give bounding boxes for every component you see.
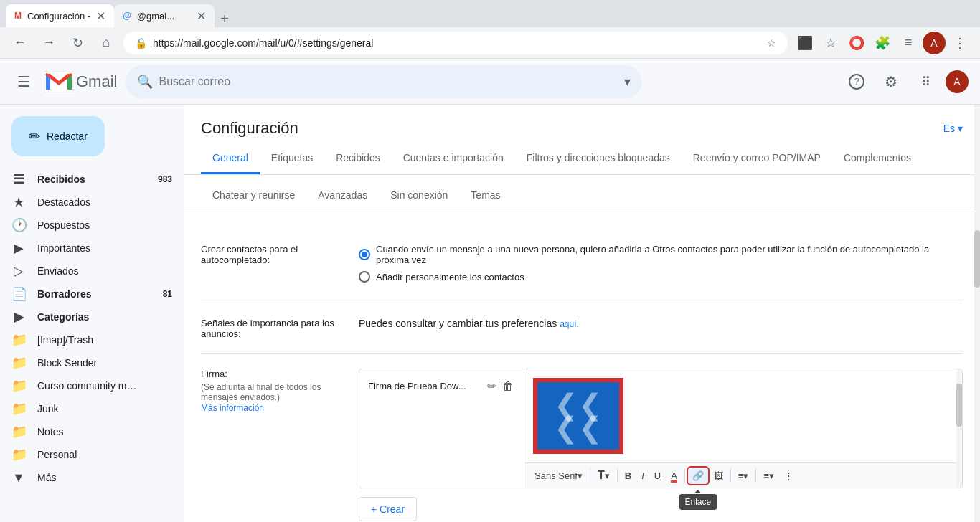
menu-icon[interactable]: ⋮ [948,32,971,54]
sidebar-item-personal[interactable]: 📁 Personal [0,443,184,466]
tab-reenvio[interactable]: Reenvío y correo POP/IMAP [682,143,832,174]
contacts-option2[interactable]: Añadir personalmente los contactos [359,271,963,283]
sidebar-label-junk: Junk [37,403,59,414]
tab-recibidos[interactable]: Recibidos [324,143,391,174]
signature-edit-button[interactable]: ✏ [486,378,498,394]
tab-general[interactable]: General [201,143,260,174]
editor-scrollbar[interactable] [956,369,962,488]
address-bar[interactable]: 🔒 https://mail.google.com/mail/u/0/#sett… [123,32,788,54]
font-size-button[interactable]: T ▾ [593,466,614,485]
tab-gmail-settings[interactable]: M Configuración - ✕ [6,4,114,27]
tab-temas[interactable]: Temas [459,181,512,212]
forward-button[interactable]: → [37,32,60,54]
language-selector[interactable]: Es ▾ [943,123,963,134]
image-button[interactable]: 🖼 [710,468,727,484]
sidebar-label-more: Más [37,472,56,483]
tab-etiquetas[interactable]: Etiquetas [260,143,324,174]
extensions2-icon[interactable]: 🧩 [871,32,894,54]
sidebar-label-snoozed: Pospuestos [37,219,90,231]
link-icon: 🔗 [692,470,704,481]
signature-actions: ✏ 🗑 [486,378,515,394]
sidebar-item-categories[interactable]: ▶ Categorías [0,305,184,328]
hamburger-menu[interactable]: ☰ [11,67,36,96]
home-button[interactable]: ⌂ [95,32,118,54]
sidebar-item-junk[interactable]: 📁 Junk [0,397,184,420]
tab-cuentas[interactable]: Cuentas e importación [392,143,515,174]
back-button[interactable]: ← [9,32,32,54]
sidebar-item-important[interactable]: ▶ Importantes [0,237,184,260]
contacts-radio2[interactable] [359,271,370,283]
contacts-option1[interactable]: Cuando envíe un mensaje a una nueva pers… [359,244,963,265]
tab-filtros[interactable]: Filtros y direcciones bloqueadas [515,143,682,174]
more-button[interactable]: ⋮ [780,468,798,484]
sidebar-item-more[interactable]: ▼ Más [0,466,184,489]
tab-close-active-button[interactable]: ✕ [197,9,206,23]
junk-icon: 📁 [11,401,26,417]
snoozed-icon: 🕐 [11,217,26,233]
tab-avanzadas[interactable]: Avanzadas [306,181,379,212]
signature-list: Firma de Prueba Dow... ✏ 🗑 [359,369,524,488]
tab-chatear[interactable]: Chatear y reunirse [201,181,306,212]
inbox-icon: ☰ [11,171,26,187]
apps-button[interactable]: ⠿ [911,67,940,96]
browser-avatar[interactable]: A [923,32,946,54]
tab-close-button[interactable]: ✕ [96,9,105,23]
main-scrollbar[interactable] [974,105,980,522]
align-dropdown-icon: ▾ [743,470,748,481]
create-label: + Crear [371,503,405,515]
bold-button[interactable]: B [621,468,636,484]
user-avatar[interactable]: A [946,70,969,93]
link-button[interactable]: 🔗 [688,468,708,484]
signature-delete-button[interactable]: 🗑 [501,378,515,394]
font-dropdown-icon: ▾ [578,470,583,481]
tab-active[interactable]: @ @gmai... ✕ [114,4,215,27]
signature-value: Firma de Prueba Dow... ✏ 🗑 [359,369,963,522]
sidebar-item-inbox[interactable]: ☰ Recibidos 983 [0,168,184,191]
sidebar-item-starred[interactable]: ★ Destacados [0,191,184,214]
importance-label-text: Señales de importancia para los anuncios… [201,318,334,339]
sidebar-item-notes[interactable]: 📁 Notes [0,420,184,443]
extensions-icon[interactable]: ⬛ [793,32,816,54]
align-button[interactable]: ≡ ▾ [734,468,753,484]
font-family-selector[interactable]: Sans Serif ▾ [530,468,587,484]
settings-icon: ⚙ [885,73,897,90]
compose-button[interactable]: ✏ Redactar [11,116,105,156]
sidebar-item-imap-trash[interactable]: 📁 [Imap]/Trash [0,328,184,351]
sidebar-item-curso[interactable]: 📁 Curso community mana... [0,374,184,397]
settings-button[interactable]: ⚙ [877,67,905,96]
new-tab-button[interactable]: + [215,11,235,27]
refresh-button[interactable]: ↻ [66,32,89,54]
font-size-dropdown-icon: ▾ [605,470,610,481]
sidebar-item-block-sender[interactable]: 📁 Block Sender [0,351,184,374]
sidebar-item-sent[interactable]: ▷ Enviados [0,260,184,283]
sync-icon[interactable]: ≡ [897,32,920,54]
personal-icon: 📁 [11,447,26,462]
tab-sin-conexion[interactable]: Sin conexión [379,181,459,212]
signature-editor[interactable]: ❮❮ ❮❮ [524,369,962,488]
search-input[interactable] [159,75,618,88]
search-dropdown-icon[interactable]: ▾ [624,74,631,90]
bookmark-icon[interactable]: ☆ [767,37,776,49]
text-color-button[interactable]: A [666,468,682,484]
opera-icon[interactable]: ⭕ [845,32,868,54]
sidebar-item-snoozed[interactable]: 🕐 Pospuestos [0,214,184,237]
lang-dropdown-icon: ▾ [958,123,963,134]
list-button[interactable]: ≡ ▾ [759,468,778,484]
gmail-logo: Gmail [44,71,117,92]
underline-button[interactable]: U [650,468,665,484]
tab-complementos[interactable]: Complementos [832,143,923,174]
create-signature-button[interactable]: + Crear [359,497,417,521]
signature-more-link[interactable]: Más información [201,403,264,413]
tab-favicon: M [14,11,22,21]
importance-label: Señales de importancia para los anuncios… [201,318,359,339]
help-button[interactable]: ? [842,67,871,96]
search-bar[interactable]: 🔍 ▾ [126,65,642,98]
italic-button[interactable]: I [637,468,649,484]
tab-title: Configuración - [27,11,90,22]
text-color-icon: A [671,470,677,481]
star-icon[interactable]: ☆ [819,32,842,54]
sidebar-item-drafts[interactable]: 📄 Borradores 81 [0,283,184,305]
signature-item[interactable]: Firma de Prueba Dow... ✏ 🗑 [359,372,524,400]
importance-link[interactable]: aquí. [560,319,579,329]
contacts-radio1[interactable] [359,249,370,260]
